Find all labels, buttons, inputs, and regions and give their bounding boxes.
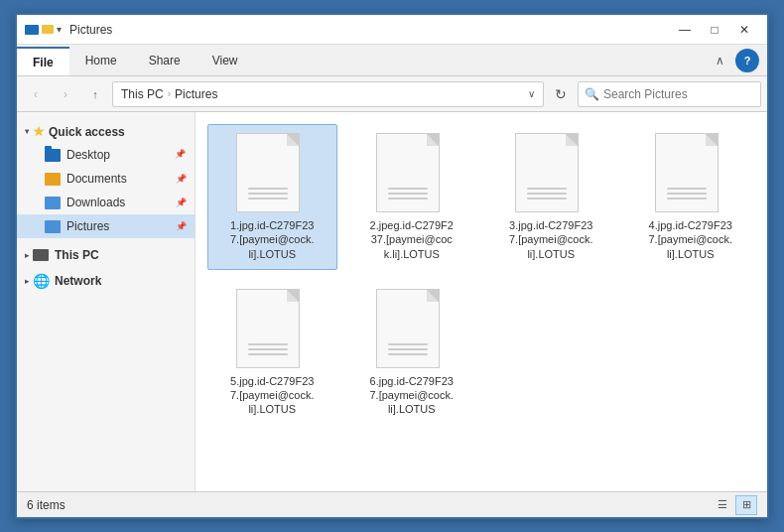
sidebar-item-pictures[interactable]: Pictures 📌: [17, 214, 195, 238]
up-button[interactable]: ↑: [82, 81, 108, 107]
file-name-1: 1.jpg.id-C279F237.[paymei@cock.li].LOTUS: [230, 218, 315, 261]
sidebar-this-pc[interactable]: ▸ This PC: [17, 244, 195, 266]
desktop-folder-icon: [45, 149, 61, 162]
downloads-folder-icon: [45, 197, 61, 209]
tab-home[interactable]: Home: [69, 45, 133, 75]
sidebar-item-pictures-label: Pictures: [66, 219, 109, 233]
title-bar: ▾ Pictures — □ ✕: [17, 15, 767, 45]
file-icon-1: [236, 133, 308, 212]
status-bar: 6 items ☰ ⊞: [17, 491, 767, 517]
this-pc-label: This PC: [55, 248, 99, 262]
file-name-2: 2.jpeg.id-C279F237.[paymei@cock.li].LOTU…: [370, 218, 454, 261]
sidebar-item-documents-label: Documents: [66, 172, 127, 186]
file-icon-3: [515, 133, 587, 212]
file-name-5: 5.jpg.id-C279F237.[paymei@cock.li].LOTUS: [230, 374, 315, 417]
file-name-6: 6.jpg.id-C279F237.[paymei@cock.li].LOTUS: [369, 374, 454, 417]
refresh-button[interactable]: ↻: [548, 81, 574, 107]
file-item[interactable]: 4.jpg.id-C279F237.[paymei@cock.li].LOTUS: [626, 124, 756, 270]
back-button[interactable]: ‹: [23, 81, 49, 107]
network-icon: 🌐: [33, 275, 49, 287]
breadcrumb-sep-1: ›: [168, 88, 171, 99]
file-item[interactable]: 3.jpg.id-C279F237.[paymei@cock.li].LOTUS: [486, 124, 616, 270]
status-item-count: 6 items: [27, 498, 712, 512]
title-bar-controls: — □ ✕: [670, 16, 759, 44]
title-bar-icon: ▾: [25, 24, 62, 35]
sidebar-quick-access[interactable]: ▾ ★ Quick access: [17, 120, 195, 143]
address-chevron-icon[interactable]: ∨: [528, 88, 535, 99]
main-content: ▾ ★ Quick access Desktop 📌 Documents 📌 D…: [17, 112, 767, 491]
file-item[interactable]: 6.jpg.id-C279F237.[paymei@cock.li].LOTUS: [347, 280, 477, 426]
file-item[interactable]: 5.jpg.id-C279F237.[paymei@cock.li].LOTUS: [207, 280, 337, 426]
ribbon-help-icon[interactable]: ?: [735, 49, 759, 72]
tab-file[interactable]: File: [17, 47, 69, 75]
ribbon-collapse-icon[interactable]: ∧: [708, 49, 731, 72]
file-icon-4: [655, 133, 726, 212]
breadcrumb-this-pc[interactable]: This PC: [121, 87, 164, 101]
file-name-3: 3.jpg.id-C279F237.[paymei@cock.li].LOTUS: [509, 218, 593, 261]
view-toggle: ☰ ⊞: [712, 495, 757, 515]
pin-icon-downloads: 📌: [176, 198, 187, 207]
documents-folder-icon: [45, 173, 61, 186]
ribbon-right: ∧ ?: [708, 45, 767, 75]
file-icon-2: [376, 133, 448, 212]
maximize-button[interactable]: □: [700, 16, 729, 44]
chevron-right-icon: ▸: [25, 251, 29, 260]
search-icon: 🔍: [585, 87, 599, 101]
close-button[interactable]: ✕: [729, 16, 759, 44]
sidebar-network[interactable]: ▸ 🌐 Network: [17, 270, 195, 292]
minimize-button[interactable]: —: [670, 16, 700, 44]
chevron-down-icon: ▾: [25, 127, 29, 136]
tab-share[interactable]: Share: [133, 45, 196, 75]
network-label: Network: [55, 274, 101, 288]
file-grid: 1.jpg.id-C279F237.[paymei@cock.li].LOTUS: [207, 124, 755, 426]
file-icon-5: [236, 289, 308, 368]
ribbon: File Home Share View ∧ ?: [17, 45, 767, 76]
search-input[interactable]: [603, 87, 754, 101]
window-title: Pictures: [69, 23, 670, 37]
list-view-button[interactable]: ☰: [712, 495, 733, 515]
icon-view-button[interactable]: ⊞: [735, 495, 757, 515]
quick-access-label: Quick access: [49, 125, 125, 139]
sidebar-item-downloads[interactable]: Downloads 📌: [17, 191, 195, 214]
quick-access-star-icon: ★: [33, 124, 45, 139]
breadcrumb-pictures[interactable]: Pictures: [175, 87, 217, 101]
sidebar-item-documents[interactable]: Documents 📌: [17, 167, 195, 191]
search-box[interactable]: 🔍: [578, 81, 761, 107]
chevron-right-network-icon: ▸: [25, 277, 29, 286]
address-path[interactable]: This PC › Pictures ∨: [112, 81, 544, 107]
tab-view[interactable]: View: [196, 45, 254, 75]
sidebar-item-desktop-label: Desktop: [66, 148, 110, 162]
file-icon-6: [376, 289, 448, 368]
sidebar: ▾ ★ Quick access Desktop 📌 Documents 📌 D…: [17, 112, 196, 491]
file-item[interactable]: 2.jpeg.id-C279F237.[paymei@cock.li].LOTU…: [347, 124, 477, 270]
pictures-folder-icon: [45, 220, 61, 233]
forward-button[interactable]: ›: [53, 81, 78, 107]
computer-icon: [33, 249, 49, 261]
file-area: 1.jpg.id-C279F237.[paymei@cock.li].LOTUS: [196, 112, 767, 438]
sidebar-item-desktop[interactable]: Desktop 📌: [17, 143, 195, 167]
file-area-wrapper: 1.jpg.id-C279F237.[paymei@cock.li].LOTUS: [196, 112, 767, 491]
file-name-4: 4.jpg.id-C279F237.[paymei@cock.li].LOTUS: [648, 218, 732, 261]
sidebar-item-downloads-label: Downloads: [66, 196, 125, 209]
file-item[interactable]: 1.jpg.id-C279F237.[paymei@cock.li].LOTUS: [207, 124, 337, 270]
title-bar-arrow[interactable]: ▾: [57, 24, 62, 35]
pin-icon-docs: 📌: [176, 174, 187, 184]
pin-icon-pictures: 📌: [176, 221, 187, 231]
pin-icon: 📌: [175, 149, 187, 161]
address-bar: ‹ › ↑ This PC › Pictures ∨ ↻ 🔍: [17, 76, 767, 112]
